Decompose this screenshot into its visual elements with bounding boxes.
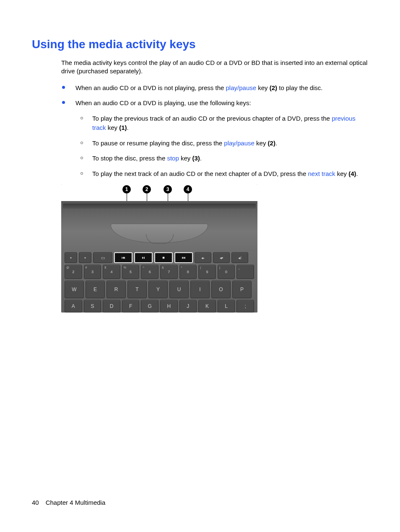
sub-list: To play the previous track of an audio C…	[75, 114, 368, 179]
next-track-icon: ⏭	[182, 256, 186, 260]
text: When an audio CD or a DVD is playing, us…	[75, 99, 251, 106]
chapter-label: Chapter 4 Multimedia	[46, 499, 106, 506]
text: key	[256, 84, 270, 91]
key-ref: (1)	[119, 124, 127, 131]
text: key	[255, 139, 268, 147]
key: G	[141, 300, 158, 312]
page-footer: 40Chapter 4 Multimedia	[32, 499, 105, 506]
media-key-next-track: ⏭	[174, 252, 193, 263]
key: L	[218, 300, 235, 312]
laptop-body	[61, 201, 257, 251]
stop-icon: ■	[162, 256, 164, 260]
list-item: To play the previous track of an audio C…	[75, 114, 368, 133]
play-pause-icon: ⏯	[142, 256, 145, 260]
text: key	[335, 170, 348, 177]
key: K	[198, 300, 216, 312]
key: J	[179, 300, 197, 312]
callout-badge-1: 1	[122, 185, 131, 194]
key: ◂⁞	[231, 252, 248, 263]
text: .	[200, 155, 202, 162]
text: key	[179, 155, 192, 162]
keyboard-area: • • ▭ ⏮ ⏯ ■ ⏭ ◂- ◂• ◂⁞ @2 #3 $4 %5 ^6 &7…	[61, 251, 257, 312]
text: To play the next track of an audio CD or…	[92, 170, 308, 177]
key: •	[79, 252, 91, 263]
list-item: To play the next track of an audio CD or…	[75, 169, 368, 179]
key: D	[103, 300, 120, 312]
key: #3	[84, 265, 101, 279]
key: P	[232, 281, 252, 298]
page-number: 40	[32, 499, 39, 506]
callout-badge-4: 4	[184, 185, 192, 194]
key: _	[236, 265, 254, 279]
text: .	[356, 170, 358, 177]
key: E	[86, 281, 105, 298]
key: I	[190, 281, 210, 298]
text: When an audio CD or a DVD is not playing…	[75, 84, 226, 91]
key: ▭	[93, 252, 112, 263]
text: .	[127, 124, 129, 131]
callout-badge-2: 2	[143, 185, 151, 194]
page-title: Using the media activity keys	[32, 38, 368, 51]
key: $4	[103, 265, 120, 279]
key: A	[65, 300, 82, 312]
text: to play the disc.	[277, 84, 322, 91]
key: ◂-	[195, 252, 211, 263]
key: H	[160, 300, 178, 312]
text: key	[106, 124, 119, 131]
link-next-track[interactable]: next track	[308, 170, 335, 177]
media-key-stop: ■	[154, 252, 173, 263]
media-key-play-pause: ⏯	[134, 252, 153, 263]
key-ref: (2)	[270, 84, 277, 91]
key: )0	[218, 265, 235, 279]
key: ^6	[141, 265, 158, 279]
list-item: When an audio CD or a DVD is playing, us…	[61, 98, 368, 178]
key: F	[122, 300, 140, 312]
key-ref: (4)	[348, 170, 356, 177]
text: To stop the disc, press the	[92, 155, 167, 162]
key: R	[106, 281, 126, 298]
key: *8	[179, 265, 197, 279]
list-item: To stop the disc, press the stop key (3)…	[75, 154, 368, 163]
key-ref: (2)	[268, 139, 275, 147]
key: &7	[160, 265, 178, 279]
list-item: When an audio CD or a DVD is not playing…	[61, 83, 368, 93]
keyboard-figure: 1 2 3 4 • • ▭ ⏮ ⏯ ■ ⏭ ◂- ◂• ◂⁞	[61, 184, 257, 312]
key: (9	[198, 265, 216, 279]
intro-paragraph: The media activity keys control the play…	[61, 59, 368, 76]
key: ;	[236, 300, 254, 312]
list-item: To pause or resume playing the disc, pre…	[75, 139, 368, 148]
text: .	[275, 139, 277, 147]
link-stop[interactable]: stop	[167, 155, 179, 162]
callout-badge-3: 3	[164, 185, 172, 194]
key: @2	[65, 265, 82, 279]
key: U	[169, 281, 189, 298]
bullet-list: When an audio CD or a DVD is not playing…	[61, 83, 368, 179]
key: O	[211, 281, 231, 298]
media-key-previous-track: ⏮	[114, 252, 132, 263]
key: S	[84, 300, 101, 312]
key: %5	[122, 265, 140, 279]
key: ◂•	[213, 252, 230, 263]
text: To pause or resume playing the disc, pre…	[92, 139, 224, 147]
link-play-pause[interactable]: play/pause	[226, 84, 257, 91]
laptop-hinge	[111, 224, 208, 243]
key: W	[65, 281, 84, 298]
previous-track-icon: ⏮	[122, 256, 125, 260]
key: •	[65, 252, 77, 263]
text: To play the previous track of an audio C…	[92, 115, 332, 122]
link-play-pause[interactable]: play/pause	[224, 139, 255, 147]
key-ref: (3)	[192, 155, 200, 162]
key: Y	[148, 281, 168, 298]
key: T	[127, 281, 147, 298]
